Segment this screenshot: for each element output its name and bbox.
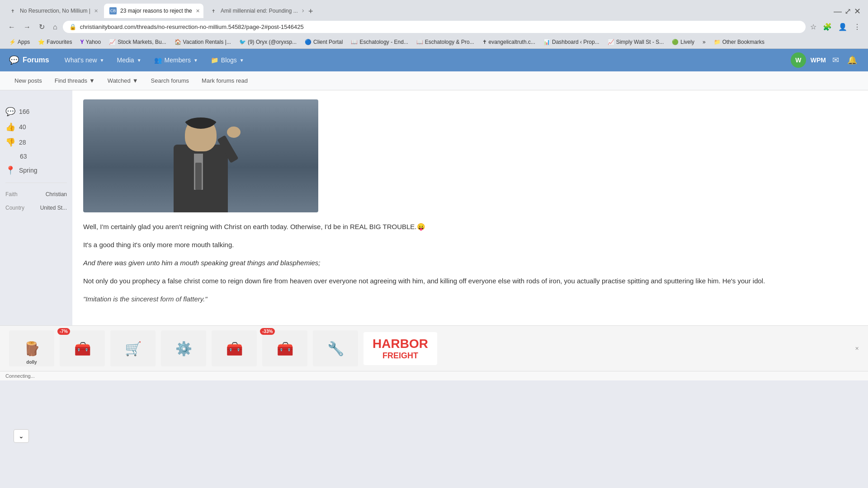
country-value: United St... [40, 205, 67, 211]
nav-blogs[interactable]: 📁 Blogs ▼ [204, 49, 250, 71]
nav-members-caret: ▼ [193, 58, 198, 63]
forum-logo[interactable]: 💬 Forums [9, 55, 49, 65]
bookmark-eschat1[interactable]: 📖 Eschatology - End... [347, 38, 411, 47]
bookmark-other[interactable]: 📁 Other Bookmarks [710, 38, 768, 47]
restore-icon: ⤢ [844, 6, 851, 16]
bookmark-client[interactable]: 🔵 Client Portal [301, 38, 346, 47]
nav-members[interactable]: 👥 Members ▼ [148, 49, 204, 71]
bookmark-favourites[interactable]: ⭐ Favourites [34, 38, 75, 47]
stocks-icon: 📈 [109, 39, 116, 45]
simplywall-icon: 📈 [608, 39, 614, 45]
messages-icon[interactable]: ✉ [830, 53, 841, 67]
eschat1-icon: 📖 [351, 39, 358, 45]
bookmark-stocks-label: Stock Markets, Bu... [118, 39, 166, 45]
bookmark-fav-label: Favourites [47, 39, 72, 45]
likes-count: 40 [19, 123, 26, 131]
home-button[interactable]: ⌂ [50, 21, 60, 33]
new-tab-button[interactable]: + [305, 5, 317, 18]
nav-blogs-label: Blogs [221, 56, 237, 64]
extra-count: 63 [20, 153, 27, 160]
bookmark-lively-label: Lively [680, 39, 694, 45]
nav-blogs-caret: ▼ [240, 58, 244, 63]
address-bar[interactable]: 🔒 christianityboard.com/threads/no-resur… [63, 21, 806, 33]
brand-sub: FREIGHT [382, 351, 418, 361]
sub-nav-mark-read[interactable]: Mark forums read [196, 71, 253, 90]
ad-brand[interactable]: HARBOR FREIGHT [363, 332, 437, 365]
tab-favicon-1: ✝ [9, 7, 16, 14]
bookmark-vacation-label: Vacation Rentals |... [183, 39, 231, 45]
nav-whats-new[interactable]: What's new ▼ [58, 49, 111, 71]
dislikes-count: 28 [19, 139, 26, 146]
bookmark-lively[interactable]: 🟢 Lively [668, 38, 698, 47]
nav-whats-new-label: What's new [65, 56, 97, 64]
ad-product-2[interactable]: 🧰-7% [60, 330, 105, 366]
sub-nav-new-posts[interactable]: New posts [9, 71, 47, 90]
mark-read-label: Mark forums read [202, 77, 248, 84]
bookmark-eschat1-label: Eschatology - End... [359, 39, 408, 45]
main-post-content: Well, I'm certainly glad you aren't reig… [72, 90, 868, 325]
extensions-icon[interactable]: 🧩 [821, 21, 834, 33]
bookmark-eschat2[interactable]: 📖 Eschatology & Pro... [413, 38, 478, 47]
username-display[interactable]: WPM [811, 56, 826, 64]
bookmark-simplywall-label: Simply Wall St - S... [616, 39, 664, 45]
user-avatar[interactable]: W [791, 52, 806, 68]
yahoo-icon: Y [80, 39, 84, 45]
ad-product-6[interactable]: 🧰-33% [262, 330, 307, 366]
notifications-icon[interactable]: 🔔 [845, 53, 859, 67]
ad-product-4[interactable]: ⚙️ [161, 330, 206, 366]
ad-product-7[interactable]: 🔧 [313, 330, 358, 366]
reload-button[interactable]: ↻ [36, 21, 47, 33]
profile-icon[interactable]: 👤 [836, 21, 849, 33]
stat-replies-row: 💬 166 [5, 107, 67, 117]
brand-name: HARBOR [373, 337, 428, 351]
tab-2[interactable]: CB 23 major reasons to reject the ✕ [104, 4, 203, 18]
nav-members-label: Members [165, 56, 191, 64]
stat-extra-row: 63 [5, 153, 67, 160]
ad-product-5[interactable]: 🧰 [212, 330, 257, 366]
bookmark-dashboard-label: Dashboard ‹ Prop... [552, 39, 599, 45]
post-paragraph-5: "Imitation is the sincerest form of flat… [83, 294, 857, 305]
bookmark-eschat2-label: Eschatology & Pro... [425, 39, 474, 45]
bookmark-star-icon[interactable]: ☆ [808, 21, 818, 33]
bookmark-apps[interactable]: ⚡ Apps [5, 38, 33, 47]
location-value: Spring [19, 167, 37, 174]
toolbar-icons: ☆ 🧩 👤 ⋮ [808, 21, 863, 33]
other-bookmarks-label: Other Bookmarks [722, 39, 764, 45]
bookmark-vacation[interactable]: 🏠 Vacation Rentals |... [171, 38, 235, 47]
watched-label: Watched [108, 77, 131, 84]
tab-favicon-3: ✝ [210, 7, 217, 14]
nav-media[interactable]: Media ▼ [111, 49, 148, 71]
replies-icon: 💬 [5, 107, 15, 117]
faith-row: Faith Christian [5, 190, 67, 198]
tab-3[interactable]: ✝ Amil millennial end: Pounding ... ✕ [204, 4, 304, 18]
bookmark-simplywall[interactable]: 📈 Simply Wall St - S... [604, 38, 668, 47]
bookmark-stocks[interactable]: 📈 Stock Markets, Bu... [105, 38, 170, 47]
fav-bm-icon: ⭐ [38, 39, 45, 45]
ad-product-3[interactable]: 🛒 [110, 330, 156, 366]
sub-nav-watched[interactable]: Watched ▼ [102, 71, 144, 90]
bookmark-twitter[interactable]: 🐦 (9) Oryx (@oryxsp... [236, 38, 300, 47]
sub-nav-search-forums[interactable]: Search forums [146, 71, 195, 90]
tab-1[interactable]: ✝ No Resurrection, No Millium | ✕ [4, 4, 103, 18]
bookmark-evangelical[interactable]: ✝ evangelicaltruth.c... [479, 38, 539, 47]
page-layout: 💬 166 👍 40 👎 28 63 📍 Spring Faith [0, 90, 868, 325]
tab-title-3: Amil millennial end: Pounding ... [221, 8, 298, 14]
ad-product-1[interactable]: 🪵dolly [9, 330, 54, 366]
sub-nav-find-threads[interactable]: Find threads ▼ [49, 71, 100, 90]
menu-icon[interactable]: ⋮ [852, 21, 863, 33]
bookmark-dashboard[interactable]: 📊 Dashboard ‹ Prop... [540, 38, 603, 47]
tab-close-2[interactable]: ✕ [196, 8, 200, 14]
back-button[interactable]: ← [5, 21, 18, 33]
close-window-icon[interactable]: ✕ [854, 6, 861, 16]
faith-label: Faith [5, 191, 18, 197]
tab-close-3[interactable]: ✕ [302, 8, 304, 14]
address-bar-row: ← → ↻ ⌂ 🔒 christianityboard.com/threads/… [0, 18, 868, 36]
lively-icon: 🟢 [672, 39, 679, 45]
bookmark-more[interactable]: » [699, 38, 709, 47]
ad-close-button[interactable]: ✕ [855, 346, 859, 352]
url-display[interactable]: christianityboard.com/threads/no-resurre… [80, 23, 799, 30]
bookmark-yahoo[interactable]: Y Yahoo [76, 38, 104, 47]
forward-button[interactable]: → [21, 21, 33, 33]
tab-title-1: No Resurrection, No Millium | [20, 8, 90, 14]
tab-close-1[interactable]: ✕ [94, 8, 98, 14]
